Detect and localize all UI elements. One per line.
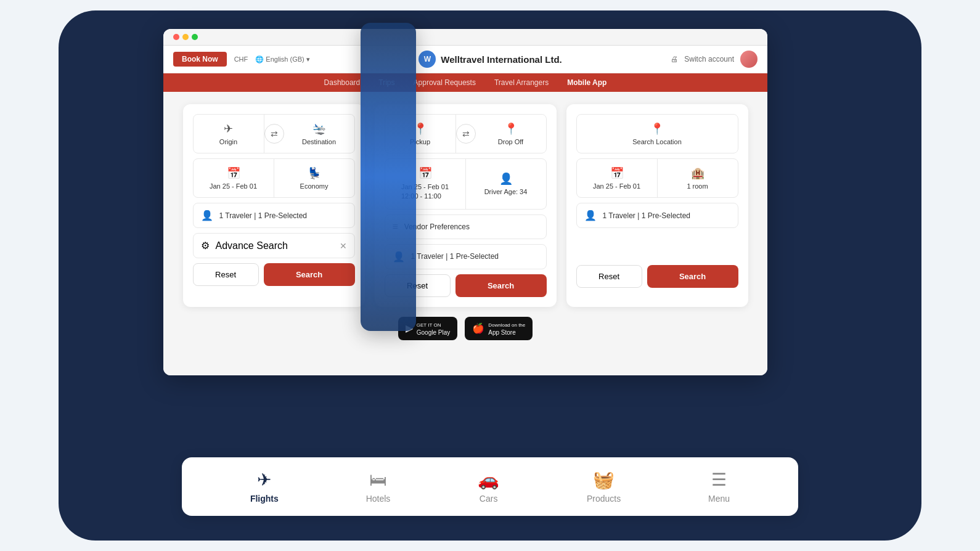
nav-travel-arrangers[interactable]: Travel Arrangers xyxy=(494,78,549,87)
app-store-button[interactable]: 🍎 Download on theApp Store xyxy=(465,317,533,340)
company-name: Welltravel International Ltd. xyxy=(441,54,561,65)
browser-header: Book Now CHF 🌐 English (GB) ▾ W Welltrav… xyxy=(163,46,767,73)
printer-icon: 🖨 xyxy=(671,55,678,63)
departure-icon: ✈ xyxy=(224,122,233,136)
search-cards-row: ✈ Origin ⇄ 🛬 Destination 📅 Jan 25 - Feb … xyxy=(176,104,755,307)
dot-close[interactable] xyxy=(173,34,179,40)
location-cell[interactable]: 📍 Search Location xyxy=(577,115,738,153)
location-label: Search Location xyxy=(632,138,682,145)
room-icon: 🏨 xyxy=(691,166,704,180)
location-icon: 📍 xyxy=(650,122,664,136)
nav-tab-products[interactable]: 🧺 Products xyxy=(587,470,621,504)
flight-search-button[interactable]: Search xyxy=(264,263,355,286)
hotel-date-rooms-row: 📅 Jan 25 - Feb 01 🏨 1 room xyxy=(576,158,738,198)
travelers-row[interactable]: 👤 1 Traveler | 1 Pre-Selected xyxy=(193,203,355,228)
traveler-icon: 👤 xyxy=(201,210,213,221)
hotel-date-label: Jan 25 - Feb 01 xyxy=(593,182,640,190)
flight-search-card: ✈ Origin ⇄ 🛬 Destination 📅 Jan 25 - Feb … xyxy=(183,104,365,307)
bottom-nav: ✈ Flights 🛏 Hotels 🚗 Cars 🧺 Products ☰ M… xyxy=(182,457,798,516)
advance-left: ⚙ Advance Search xyxy=(201,240,288,251)
travelers-text: 1 Traveler | 1 Pre-Selected xyxy=(219,211,308,220)
company-logo-area: W Welltravel International Ltd. xyxy=(419,51,561,68)
app-store-row: ▶ GET IT ONGoogle Play 🍎 Download on the… xyxy=(176,317,755,340)
flights-label: Flights xyxy=(250,494,279,504)
destination-label: Destination xyxy=(302,138,336,145)
app-store-text: Download on theApp Store xyxy=(488,320,525,337)
hotel-card-buttons: Reset Search xyxy=(576,265,738,288)
browser-chrome xyxy=(163,29,767,46)
dropoff-cell[interactable]: 📍 Drop Off xyxy=(476,115,546,153)
nav-dashboard[interactable]: Dashboard xyxy=(324,78,361,87)
nav-tab-hotels[interactable]: 🛏 Hotels xyxy=(366,470,391,504)
products-icon: 🧺 xyxy=(593,470,615,490)
hotel-date-cell[interactable]: 📅 Jan 25 - Feb 01 xyxy=(577,159,658,197)
dropoff-label: Drop Off xyxy=(498,138,523,145)
origin-cell[interactable]: ✈ Origin xyxy=(194,115,264,153)
nav-approval[interactable]: Approval Requests xyxy=(414,78,476,87)
google-play-text: GET IT ONGoogle Play xyxy=(417,320,450,337)
car-calendar-icon: 📅 xyxy=(419,166,432,180)
driver-icon: 👤 xyxy=(499,172,513,186)
hotel-traveler-icon: 👤 xyxy=(584,210,597,221)
date-class-row: 📅 Jan 25 - Feb 01 💺 Economy xyxy=(193,158,355,198)
swap-button[interactable]: ⇄ xyxy=(264,124,284,144)
advance-search-text: Advance Search xyxy=(216,240,288,251)
flight-card-buttons: Reset Search xyxy=(193,263,355,286)
header-left: Book Now CHF 🌐 English (GB) ▾ xyxy=(173,52,310,67)
origin-label: Origin xyxy=(219,138,237,145)
car-search-button[interactable]: Search xyxy=(455,274,547,297)
hotel-reset-button[interactable]: Reset xyxy=(576,265,642,288)
browser-window: Book Now CHF 🌐 English (GB) ▾ W Welltrav… xyxy=(163,29,767,375)
book-now-button[interactable]: Book Now xyxy=(173,52,227,67)
switch-account-text[interactable]: Switch account xyxy=(684,55,734,63)
hotel-spacer xyxy=(576,233,738,263)
driver-age-label: Driver Age: 34 xyxy=(484,188,528,195)
origin-destination-row: ✈ Origin ⇄ 🛬 Destination xyxy=(193,114,355,153)
hotel-calendar-icon: 📅 xyxy=(610,166,624,180)
nav-tab-cars[interactable]: 🚗 Cars xyxy=(478,470,499,504)
car-travelers-text: 1 Traveler | 1 Pre-Selected xyxy=(411,252,499,261)
advance-close-icon[interactable]: ✕ xyxy=(340,241,347,251)
language-label: 🌐 English (GB) ▾ xyxy=(255,55,309,63)
products-label: Products xyxy=(587,494,621,504)
driver-age-cell[interactable]: 👤 Driver Age: 34 xyxy=(466,165,546,203)
date-range-label: Jan 25 - Feb 01 xyxy=(210,182,257,190)
browser-dots xyxy=(173,34,198,40)
location-row: 📍 Search Location xyxy=(576,114,738,153)
dropoff-icon: 📍 xyxy=(504,122,518,136)
car-swap-button[interactable]: ⇄ xyxy=(456,124,476,144)
cars-icon: 🚗 xyxy=(478,470,499,490)
nav-tab-flights[interactable]: ✈ Flights xyxy=(250,470,279,504)
menu-label: Menu xyxy=(708,494,730,504)
nav-bar: Dashboard Trips Approval Requests Travel… xyxy=(163,73,767,92)
hotels-label: Hotels xyxy=(366,494,391,504)
date-cell[interactable]: 📅 Jan 25 - Feb 01 xyxy=(194,159,274,197)
apple-icon: 🍎 xyxy=(472,322,484,334)
company-logo-icon: W xyxy=(419,51,436,68)
hotel-travelers-row[interactable]: 👤 1 Traveler | 1 Pre-Selected xyxy=(576,203,738,228)
browser-body: ✈ Origin ⇄ 🛬 Destination 📅 Jan 25 - Feb … xyxy=(163,92,767,375)
flights-icon: ✈ xyxy=(257,470,271,490)
phone-overlay xyxy=(361,23,416,331)
dot-maximize[interactable] xyxy=(192,34,198,40)
dot-minimize[interactable] xyxy=(182,34,189,40)
menu-icon: ☰ xyxy=(711,470,727,490)
flight-reset-button[interactable]: Reset xyxy=(193,263,259,286)
filter-icon: ⚙ xyxy=(201,240,210,251)
class-cell[interactable]: 💺 Economy xyxy=(274,159,354,197)
hotel-search-button[interactable]: Search xyxy=(647,265,738,288)
seat-icon: 💺 xyxy=(308,166,321,180)
header-right: 🖨 Switch account xyxy=(671,51,757,68)
rooms-cell[interactable]: 🏨 1 room xyxy=(658,159,738,197)
class-label: Economy xyxy=(300,182,329,190)
nav-tab-menu[interactable]: ☰ Menu xyxy=(708,470,730,504)
destination-cell[interactable]: 🛬 Destination xyxy=(284,115,354,153)
nav-mobile-app[interactable]: Mobile App xyxy=(567,78,606,87)
hotels-icon: 🛏 xyxy=(369,470,386,490)
calendar-icon: 📅 xyxy=(227,166,240,180)
advance-search-row[interactable]: ⚙ Advance Search ✕ xyxy=(193,233,355,258)
cars-label: Cars xyxy=(480,494,498,504)
currency-label: CHF xyxy=(234,55,248,63)
avatar[interactable] xyxy=(740,51,757,68)
rooms-label: 1 room xyxy=(687,182,708,190)
